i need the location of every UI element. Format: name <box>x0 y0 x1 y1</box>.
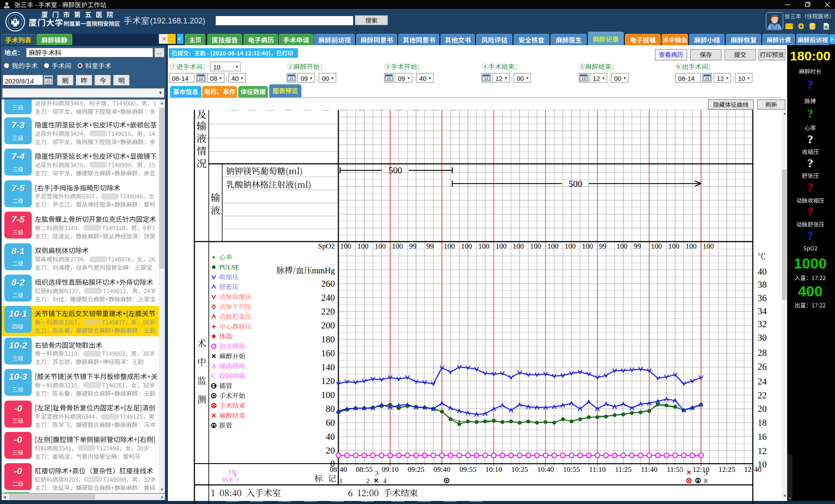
svg-text:40: 40 <box>326 431 335 442</box>
svg-text:11:40: 11:40 <box>641 465 658 474</box>
svg-text:20: 20 <box>758 404 767 414</box>
svg-text:2: 2 <box>366 477 370 484</box>
svg-text:11:25: 11:25 <box>615 465 631 474</box>
svg-text:200: 200 <box>321 320 335 331</box>
svg-text:100: 100 <box>616 242 628 250</box>
svg-text:260: 260 <box>321 279 335 289</box>
svg-text:12: 12 <box>758 446 767 456</box>
svg-text:240: 240 <box>321 292 335 303</box>
svg-text:100: 100 <box>495 242 507 250</box>
svg-text:80: 80 <box>326 404 335 414</box>
svg-text:34: 34 <box>758 306 767 316</box>
svg-text:08: 08 <box>330 465 337 474</box>
svg-text:10:25: 10:25 <box>511 465 528 474</box>
svg-text:100: 100 <box>668 242 680 250</box>
svg-text:40: 40 <box>758 266 767 277</box>
svg-text:1: 1 <box>339 477 343 484</box>
svg-text:100: 100 <box>357 242 369 250</box>
svg-text:100: 100 <box>444 242 454 250</box>
svg-text:120: 120 <box>321 376 335 386</box>
svg-text:100: 100 <box>392 242 403 250</box>
svg-text:11:55: 11:55 <box>667 465 683 474</box>
svg-text:100: 100 <box>564 242 576 250</box>
svg-text:15: 15 <box>46 79 50 83</box>
svg-text:30: 30 <box>758 332 767 343</box>
svg-text:100: 100 <box>548 242 559 250</box>
svg-text:60: 60 <box>326 418 335 428</box>
svg-text:180: 180 <box>321 334 335 345</box>
svg-text:12: 12 <box>744 465 752 474</box>
svg-text:10:10: 10:10 <box>485 465 502 474</box>
svg-text:100: 100 <box>582 242 593 250</box>
svg-text:18: 18 <box>758 418 767 428</box>
svg-text:22: 22 <box>758 390 767 401</box>
svg-text:16: 16 <box>758 431 767 442</box>
svg-text:99: 99 <box>599 242 607 250</box>
svg-text:09:40: 09:40 <box>434 465 451 474</box>
svg-text:15: 15 <box>705 76 709 81</box>
svg-text:09:55: 09:55 <box>459 465 476 474</box>
svg-text:100: 100 <box>374 242 386 250</box>
svg-text:A: A <box>211 363 216 370</box>
svg-text:15: 15 <box>199 76 203 81</box>
svg-text:20: 20 <box>326 445 335 456</box>
svg-text:100: 100 <box>685 242 697 250</box>
svg-text:15: 15 <box>387 76 391 81</box>
svg-text:8: 8 <box>704 477 708 484</box>
svg-text:9: 9 <box>704 470 708 477</box>
svg-text:15: 15 <box>484 76 488 81</box>
svg-text:100: 100 <box>651 242 662 250</box>
svg-text:100: 100 <box>478 242 490 250</box>
svg-text:100: 100 <box>703 242 714 250</box>
svg-text:f: f <box>237 477 239 483</box>
svg-text:C: C <box>211 372 216 379</box>
svg-text:3: 3 <box>375 470 378 477</box>
svg-text:38: 38 <box>758 279 767 290</box>
svg-text:100: 100 <box>321 390 335 400</box>
svg-text:12:25: 12:25 <box>718 465 735 474</box>
svg-text:24: 24 <box>758 376 767 387</box>
svg-text:160: 160 <box>321 348 335 358</box>
svg-text:99: 99 <box>409 242 417 250</box>
svg-text:36: 36 <box>758 293 767 303</box>
svg-text:40: 40 <box>754 465 762 474</box>
svg-text:100: 100 <box>340 242 351 250</box>
svg-text:10:40: 10:40 <box>537 465 554 474</box>
svg-text:99: 99 <box>427 242 434 250</box>
svg-text:10:55: 10:55 <box>563 465 580 474</box>
svg-text:500: 500 <box>568 179 582 189</box>
svg-text:TVE: TVE <box>222 477 233 483</box>
svg-text:100: 100 <box>461 242 472 250</box>
svg-text:PULSE: PULSE <box>219 264 239 271</box>
svg-text:100: 100 <box>530 242 541 250</box>
svg-text:mmHg: mmHg <box>312 266 335 275</box>
svg-text:15: 15 <box>581 76 586 81</box>
svg-text:26: 26 <box>758 361 767 372</box>
svg-text:140: 140 <box>321 362 335 372</box>
svg-text:09:25: 09:25 <box>407 465 424 474</box>
svg-text:4: 4 <box>383 477 387 484</box>
svg-text:15: 15 <box>289 76 294 81</box>
svg-text:40: 40 <box>340 465 347 474</box>
svg-text:500: 500 <box>388 165 402 176</box>
svg-text:SpO2: SpO2 <box>318 242 335 250</box>
svg-text:11:10: 11:10 <box>589 465 606 474</box>
svg-text:100: 100 <box>513 242 524 250</box>
svg-text:99: 99 <box>634 242 641 250</box>
svg-text:32: 32 <box>758 319 767 329</box>
svg-text:08:55: 08:55 <box>356 465 373 474</box>
svg-text:220: 220 <box>321 306 335 317</box>
svg-text:09:10: 09:10 <box>382 465 399 474</box>
svg-text:28: 28 <box>758 348 767 358</box>
